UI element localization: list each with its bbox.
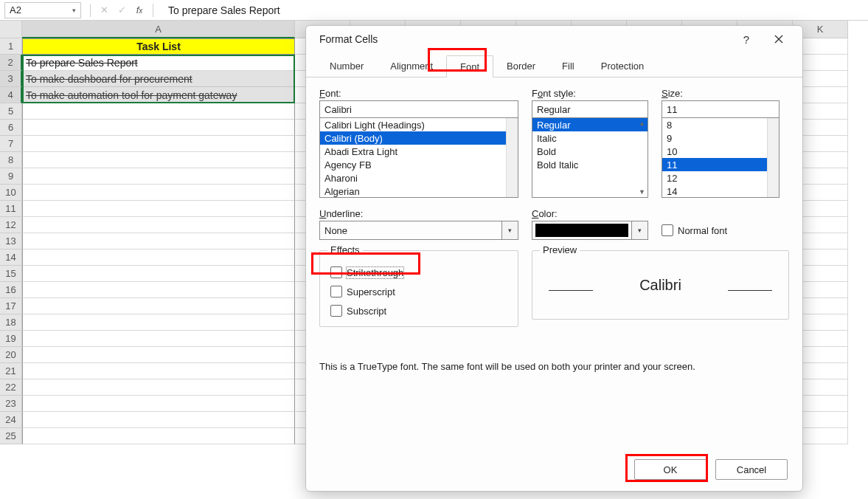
cell[interactable]: To make automation tool for payment gate…: [22, 87, 295, 103]
cell[interactable]: [22, 152, 295, 168]
row-header[interactable]: 23: [0, 396, 22, 412]
cell[interactable]: [22, 363, 295, 379]
list-item[interactable]: Agency FB: [320, 158, 518, 171]
row-header[interactable]: 15: [0, 266, 22, 282]
list-item[interactable]: 8: [662, 118, 779, 131]
cancel-formula-icon[interactable]: ✕: [95, 2, 113, 18]
cell[interactable]: [22, 168, 295, 185]
column-header-a[interactable]: A: [22, 21, 295, 38]
cell[interactable]: [22, 412, 295, 428]
cell[interactable]: [22, 120, 295, 136]
cell[interactable]: To prepare Sales Report: [22, 55, 295, 71]
list-item[interactable]: Calibri Light (Headings): [320, 118, 518, 131]
list-item[interactable]: Italic: [532, 131, 647, 145]
row-header[interactable]: 22: [0, 379, 22, 396]
row-header[interactable]: 20: [0, 347, 22, 363]
list-item[interactable]: Algerian: [320, 185, 518, 198]
cell[interactable]: [22, 282, 295, 298]
row-header[interactable]: 9: [0, 168, 22, 185]
row-header[interactable]: 24: [0, 412, 22, 428]
cell[interactable]: [22, 185, 295, 201]
size-listbox[interactable]: 8910111214: [662, 118, 780, 198]
row-header[interactable]: 12: [0, 217, 22, 233]
row-header[interactable]: 8: [0, 152, 22, 168]
cell[interactable]: [22, 298, 295, 314]
cell[interactable]: [22, 266, 295, 282]
tab-border[interactable]: Border: [493, 55, 549, 77]
row-header[interactable]: 13: [0, 233, 22, 250]
tab-number[interactable]: Number: [316, 55, 377, 77]
row-header[interactable]: 17: [0, 298, 22, 314]
chevron-down-icon[interactable]: ▾: [501, 221, 518, 239]
cell[interactable]: [22, 314, 295, 331]
row-header[interactable]: 10: [0, 185, 22, 201]
list-item[interactable]: Bold Italic: [532, 158, 647, 171]
list-item[interactable]: 9: [662, 131, 779, 145]
cell[interactable]: [22, 428, 295, 444]
tab-font[interactable]: Font: [446, 55, 493, 78]
row-header[interactable]: 2: [0, 55, 22, 71]
font-input[interactable]: Calibri: [319, 100, 518, 118]
formula-input[interactable]: To prepare Sales Report: [164, 2, 868, 18]
row-header[interactable]: 11: [0, 201, 22, 217]
tab-protection[interactable]: Protection: [588, 55, 658, 77]
cell[interactable]: [22, 201, 295, 217]
strikethrough-checkbox[interactable]: Strikethrough: [330, 263, 507, 282]
help-icon[interactable]: ?: [730, 29, 763, 49]
tab-fill[interactable]: Fill: [549, 55, 588, 77]
row-header[interactable]: 6: [0, 120, 22, 136]
cell[interactable]: [22, 396, 295, 412]
name-box[interactable]: A2 ▾: [4, 2, 81, 18]
cell[interactable]: [22, 379, 295, 396]
row-header[interactable]: 7: [0, 136, 22, 152]
subscript-checkbox[interactable]: Subscript: [330, 301, 507, 320]
scrollbar-thumb[interactable]: [769, 120, 777, 149]
font-style-listbox[interactable]: ▲ ▼ RegularItalicBoldBold Italic: [532, 118, 648, 198]
list-item[interactable]: Bold: [532, 145, 647, 158]
list-item[interactable]: 12: [662, 171, 779, 185]
row-header[interactable]: 18: [0, 314, 22, 331]
cell[interactable]: [22, 347, 295, 363]
row-header[interactable]: 3: [0, 71, 22, 87]
font-style-input[interactable]: Regular: [532, 100, 648, 118]
list-item[interactable]: Aharoni: [320, 171, 518, 185]
tab-alignment[interactable]: Alignment: [377, 55, 446, 77]
row-header[interactable]: 21: [0, 363, 22, 379]
cell[interactable]: [22, 250, 295, 266]
scroll-up-icon[interactable]: ▲: [639, 120, 645, 127]
normal-font-checkbox[interactable]: Normal font: [662, 221, 727, 240]
underline-combo[interactable]: None ▾: [319, 221, 518, 240]
list-item[interactable]: 10: [662, 145, 779, 158]
scrollbar-thumb[interactable]: [508, 120, 516, 139]
row-header[interactable]: 1: [0, 38, 22, 55]
dialog-titlebar[interactable]: Format Cells ?: [306, 26, 802, 52]
font-listbox[interactable]: Calibri Light (Headings)Calibri (Body)Ab…: [319, 118, 518, 198]
row-header[interactable]: 14: [0, 250, 22, 266]
list-item[interactable]: Regular: [532, 118, 647, 131]
list-item[interactable]: 11: [662, 158, 779, 171]
close-icon[interactable]: [763, 29, 795, 49]
superscript-checkbox[interactable]: Superscript: [330, 282, 507, 301]
select-all-corner[interactable]: [0, 21, 22, 38]
fx-icon[interactable]: fx: [131, 2, 148, 18]
cell[interactable]: [22, 217, 295, 233]
list-item[interactable]: 14: [662, 185, 779, 198]
color-combo[interactable]: ▾: [532, 221, 648, 240]
row-header[interactable]: 25: [0, 428, 22, 444]
list-item[interactable]: Abadi Extra Light: [320, 145, 518, 158]
row-header[interactable]: 16: [0, 282, 22, 298]
cell[interactable]: To make dashboard for procurement: [22, 71, 295, 87]
size-input[interactable]: 11: [662, 100, 780, 118]
cell[interactable]: [22, 136, 295, 152]
scroll-down-icon[interactable]: ▼: [639, 188, 645, 196]
chevron-down-icon[interactable]: ▾: [72, 7, 76, 14]
ok-button[interactable]: OK: [634, 459, 706, 480]
enter-formula-icon[interactable]: ✓: [113, 2, 131, 18]
cell[interactable]: Task List: [22, 38, 295, 55]
chevron-down-icon[interactable]: ▾: [631, 221, 647, 239]
cancel-button[interactable]: Cancel: [715, 459, 788, 480]
row-header[interactable]: 4: [0, 87, 22, 103]
row-header[interactable]: 5: [0, 103, 22, 120]
cell[interactable]: [22, 233, 295, 250]
row-header[interactable]: 19: [0, 331, 22, 347]
